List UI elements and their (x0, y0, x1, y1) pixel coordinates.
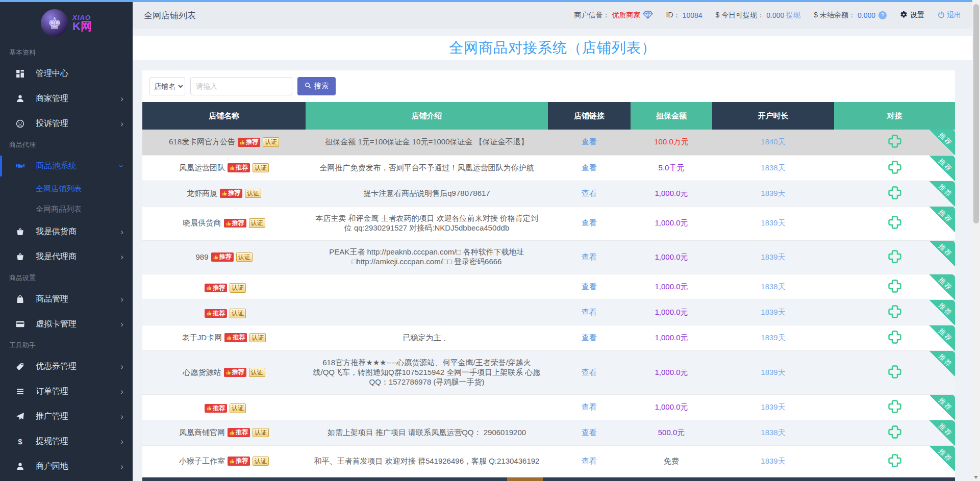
scrollbar-down-arrow[interactable] (974, 476, 978, 479)
shop-link-cell: 查看 (548, 155, 631, 181)
connect-cell: 推荐 (834, 299, 955, 325)
certified-badge: 认证 (263, 137, 279, 147)
account-age: 1839天 (761, 333, 785, 342)
table-row: 小猴子工作室 推荐 认证 和平、王者首发项目 欢迎对接 群541926496，客… (142, 445, 955, 477)
sidebar-item[interactable]: 我是供货商› (0, 219, 133, 244)
certified-badge: 认证 (253, 428, 269, 438)
recommend-badge: 推荐 (211, 252, 234, 262)
sidebar-item[interactable]: 我是代理商› (0, 244, 133, 269)
logo-kwang: K网 (72, 21, 92, 32)
chevron-right-icon: › (120, 462, 123, 471)
shop-intro-cell: 如需上架项目 推广项目 请联系凤凰运营QQ： 2906019200 (306, 420, 548, 445)
connect-cell: 推荐 (834, 130, 955, 155)
recommend-badge: 推荐 (220, 189, 242, 198)
chevron-right-icon: › (120, 94, 123, 103)
settings-button[interactable]: 设置 (900, 11, 924, 20)
search-input[interactable] (190, 77, 292, 95)
sidebar-item[interactable]: 商品池系统› (0, 154, 133, 179)
title-band: 全网商品对接系统（店铺列表） (133, 36, 972, 60)
search-button[interactable]: 搜索 (297, 77, 336, 95)
ribbon-label: 推荐 (937, 131, 954, 148)
handshake-icon (15, 162, 24, 171)
vertical-scrollbar[interactable] (972, 0, 980, 481)
account-age-cell: 1839天 (712, 181, 834, 206)
sidebar-item[interactable]: 优惠券管理› (0, 354, 133, 379)
connect-icon[interactable] (887, 453, 902, 468)
connect-icon[interactable] (887, 330, 902, 345)
view-link[interactable]: 查看 (582, 333, 597, 342)
connect-icon[interactable] (887, 279, 902, 294)
sidebar-item[interactable]: 虚拟卡管理› (0, 312, 133, 337)
connect-icon[interactable] (887, 399, 902, 414)
ribbon-label: 推荐 (937, 157, 954, 174)
sidebar-item[interactable]: 商家管理› (0, 86, 133, 111)
withdraw-link[interactable]: 提现 (786, 11, 800, 20)
app-logo: ♚ XIAO K网 (0, 2, 133, 44)
withdrawable-today: $ 今日可提现： 0.000 提现 (716, 11, 801, 20)
user-icon (15, 94, 24, 104)
connect-icon[interactable] (887, 424, 902, 440)
connect-icon[interactable] (887, 249, 902, 264)
sidebar-item[interactable]: 推广管理› (0, 404, 133, 429)
sidebar-subitem[interactable]: 全网商品列表 (0, 199, 133, 219)
sidebar: ♚ XIAO K网 基本资料管理中心商家管理›投诉管理›商品代理商品池系统›全网… (0, 2, 133, 481)
view-link[interactable]: 查看 (582, 252, 597, 261)
table-row: 龙虾商厦 推荐 认证 提卡注意看商品说明售后q978078617 查看 1,00… (142, 181, 955, 206)
view-link[interactable]: 查看 (582, 457, 597, 465)
connect-icon[interactable] (887, 160, 902, 175)
sidebar-item-label: 管理中心 (36, 68, 68, 79)
shop-link-cell: 查看 (548, 206, 631, 240)
logout-button[interactable]: 退出 (938, 11, 961, 20)
shop-link-cell: 查看 (548, 130, 631, 155)
account-age: 1838天 (761, 428, 785, 437)
sidebar-item[interactable]: 投诉管理› (0, 111, 133, 136)
search-field-select[interactable]: 店铺名 (149, 77, 185, 95)
ribbon-label: 推荐 (937, 396, 954, 413)
connect-icon[interactable] (887, 215, 902, 230)
view-link[interactable]: 查看 (582, 402, 597, 411)
guarantee-cell: 1,000.0元 (631, 274, 712, 299)
view-link[interactable]: 查看 (582, 189, 597, 197)
gem-icon (643, 11, 653, 20)
shop-name-cell: 凤凰运营团队 推荐 认证 (142, 155, 306, 181)
thumbs-up-icon (230, 459, 235, 464)
shop-intro-cell (306, 299, 548, 325)
chevron-right-icon: › (120, 252, 123, 261)
sidebar-item[interactable]: 订单管理› (0, 379, 133, 404)
connect-icon[interactable] (887, 185, 902, 200)
table-row: 618发卡网官方公告 推荐 认证 担保金额 1元=100保证金 10元=1000… (142, 130, 955, 155)
sidebar-item[interactable]: $提现管理› (0, 429, 133, 454)
table-row: 989 推荐 认证 PEAK王者 http://peaknb.cccpan.co… (142, 240, 955, 274)
col-shop-intro: 店铺介绍 (306, 102, 548, 130)
account-age: 1839天 (761, 252, 785, 261)
shop-name: 心愿货源站 (183, 368, 221, 377)
thumbs-up-icon (213, 255, 218, 260)
connect-icon[interactable] (887, 304, 902, 319)
scrollbar-thumb[interactable] (973, 4, 979, 223)
sidebar-item[interactable]: 商户园地› (0, 454, 133, 479)
sidebar-subitem[interactable]: 全网店铺列表 (0, 179, 133, 199)
connect-icon[interactable] (887, 134, 902, 149)
sidebar-item[interactable]: 管理中心 (0, 61, 133, 86)
view-link[interactable]: 查看 (582, 282, 597, 291)
view-link[interactable]: 查看 (582, 163, 597, 172)
header-info: 商户信誉： 优质商家 ID： 10084 $ 今日可提现： 0.000 提现 $… (574, 11, 961, 20)
recommend-ribbon: 推荐 (929, 156, 955, 181)
view-link[interactable]: 查看 (582, 137, 597, 146)
view-link[interactable]: 查看 (582, 218, 597, 227)
grid-icon (15, 69, 24, 79)
help-icon[interactable]: ? (878, 11, 887, 19)
table-row: 心愿货源站 推荐 认证 618官方推荐★★★----心愿货源站、何平金鹰/王者荣… (142, 350, 955, 394)
frown-icon (15, 119, 24, 129)
shop-name-cell: 推荐 认证 (142, 394, 306, 420)
view-link[interactable]: 查看 (582, 308, 597, 316)
recommend-badge: 推荐 (224, 219, 246, 228)
view-link[interactable]: 查看 (582, 428, 597, 437)
view-link[interactable]: 查看 (582, 368, 597, 376)
top-accent-bar (0, 0, 972, 2)
sidebar-item[interactable]: 商品管理› (0, 287, 133, 312)
guarantee-amount: 1,000.0元 (655, 252, 688, 261)
table-row: 老于JD卡网 推荐 认证 已稳定为主 、 查看 1,000.0元 1839天 推… (142, 325, 955, 350)
connect-icon[interactable] (887, 364, 902, 379)
ribbon-label: 推荐 (937, 447, 954, 464)
